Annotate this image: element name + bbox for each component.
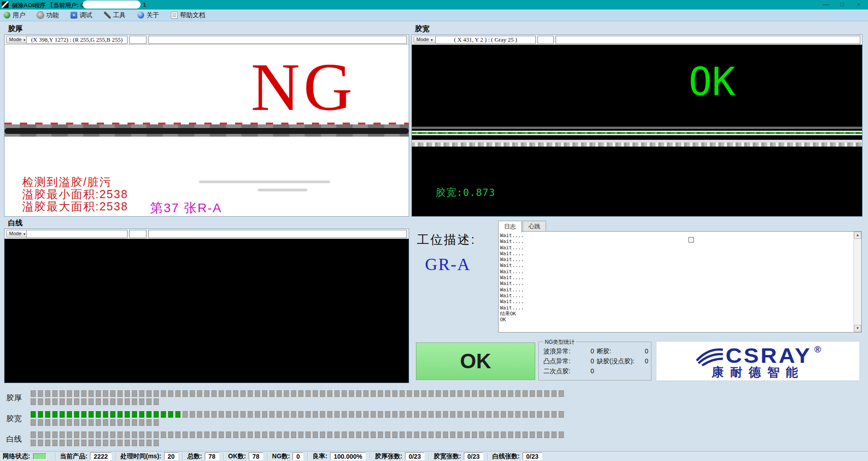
panel-glue-width: Mode▼ ( X 431, Y 2 ) : ( Gray 25 ) OK 胶宽… <box>411 34 863 217</box>
progress-cell <box>472 431 477 438</box>
progress-cell <box>334 411 340 418</box>
progress-cell <box>88 398 94 405</box>
mode-dropdown[interactable]: Mode▼ <box>6 230 28 238</box>
maximize-button[interactable]: □ <box>835 0 850 10</box>
wide-readout-box <box>556 36 860 44</box>
ng-stat-label: 波浪异常: <box>543 347 571 356</box>
ng-stats-column-1: 波浪异常:0凸点异常:0二次点胶:0 <box>543 347 594 375</box>
progress-cell <box>377 390 383 397</box>
progress-cell <box>88 419 94 426</box>
progress-cell <box>479 390 485 397</box>
status-field-label: 白线张数: <box>492 452 520 461</box>
progress-cell <box>66 431 72 438</box>
progress-cell <box>204 390 210 397</box>
menu-item-about[interactable]: 关于 <box>137 11 159 19</box>
progress-cell <box>103 439 108 447</box>
progress-cell <box>320 411 326 418</box>
progress-cell <box>30 398 36 405</box>
mode-bar-glue-thickness: Mode▼ (X 398,Y 1272) : (R 255,G 255,B 25… <box>5 35 409 45</box>
progress-cell <box>81 398 87 405</box>
scroll-up-icon[interactable]: ▲ <box>854 232 861 239</box>
progress-cell <box>479 431 485 438</box>
progress-cell <box>59 398 65 405</box>
progress-cell <box>529 411 535 418</box>
log-entry: Wait.... <box>500 238 852 244</box>
progress-row-baixian-2 <box>30 439 160 448</box>
close-button[interactable]: × <box>851 0 866 10</box>
small-readout-box <box>538 36 554 44</box>
status-field-jiaohou-frames: 胶厚张数:0/23 <box>375 452 425 461</box>
progress-cell <box>551 431 557 438</box>
progress-cell <box>464 390 470 397</box>
status-field-total-count: 总数:78 <box>187 452 219 461</box>
progress-cell <box>312 390 318 397</box>
mode-dropdown[interactable]: Mode▼ <box>414 36 436 43</box>
swoosh-icon <box>695 347 724 366</box>
progress-cell <box>537 390 542 397</box>
progress-row-baixian-1 <box>30 431 566 440</box>
progress-cell <box>38 431 43 438</box>
progress-cell <box>298 411 304 418</box>
panel-glue-thickness: Mode▼ (X 398,Y 1272) : (R 255,G 255,B 25… <box>4 34 409 217</box>
progress-cell <box>508 411 514 418</box>
menu-item-user[interactable]: 用户 <box>4 11 25 19</box>
progress-cell <box>153 419 159 426</box>
progress-cell <box>472 390 477 397</box>
progress-cell <box>508 431 514 438</box>
wide-readout-box <box>148 230 407 238</box>
log-scrollbar[interactable]: ▲ ▼ <box>854 232 861 332</box>
chevron-down-icon: ▼ <box>23 38 26 42</box>
menu-item-tools[interactable]: 工具 <box>104 11 126 19</box>
result-ok-button[interactable]: OK <box>416 342 535 380</box>
status-separator <box>267 453 268 460</box>
progress-cell <box>551 411 557 418</box>
strip-layer <box>412 131 862 135</box>
status-field-label: 胶厚张数: <box>375 452 402 461</box>
mode-dropdown[interactable]: Mode▼ <box>6 36 28 43</box>
progress-cell <box>421 431 427 438</box>
log-checkbox[interactable] <box>689 237 694 242</box>
progress-cell <box>110 419 116 426</box>
progress-cell <box>66 439 72 447</box>
progress-cell <box>146 439 152 447</box>
menu-item-help[interactable]: 帮助文档 <box>171 11 205 19</box>
progress-cell <box>363 411 369 418</box>
progress-cell <box>45 398 51 405</box>
progress-cell <box>457 390 463 397</box>
progress-cell <box>262 411 268 418</box>
status-bar: 网络状态: 当前产品:2222处理时间(ms):20总数:78OK数:78NG数… <box>0 451 868 461</box>
status-separator <box>487 453 488 460</box>
menu-item-debug[interactable]: 调试 <box>71 11 92 19</box>
progress-cell <box>30 439 36 447</box>
progress-cell <box>399 411 405 418</box>
minimize-button[interactable]: — <box>818 0 834 10</box>
mode-bar-white-line: Mode▼ <box>5 229 409 239</box>
progress-cell <box>30 390 36 397</box>
progress-cell <box>139 411 145 418</box>
progress-cell <box>240 431 246 438</box>
status-field-value: 0/23 <box>523 452 542 460</box>
scroll-down-icon[interactable]: ▼ <box>854 325 861 332</box>
ng-stats-column-2: 断胶:0缺胶(没点胶):0 <box>597 347 648 366</box>
log-entry: Wait.... <box>500 293 852 299</box>
progress-cell <box>349 431 354 438</box>
menu-item-label: 调试 <box>80 11 92 19</box>
progress-cell <box>103 431 108 438</box>
user-icon <box>4 12 10 19</box>
app-icon <box>2 1 9 8</box>
progress-cell <box>211 411 217 418</box>
status-field-ng-count: NG数:0 <box>272 452 304 461</box>
about-icon <box>137 12 144 19</box>
tab-日志[interactable]: 日志 <box>498 221 522 233</box>
progress-cell <box>334 431 340 438</box>
log-entry: Wait.... <box>500 280 852 286</box>
progress-cell <box>59 390 65 397</box>
progress-cell <box>233 411 239 418</box>
progress-cell <box>132 390 137 397</box>
menu-item-function[interactable]: 功能 <box>37 11 59 19</box>
progress-cell <box>103 390 108 397</box>
progress-cell <box>450 411 456 418</box>
progress-cell <box>38 390 43 397</box>
progress-cell <box>240 390 246 397</box>
progress-cell <box>226 411 231 418</box>
